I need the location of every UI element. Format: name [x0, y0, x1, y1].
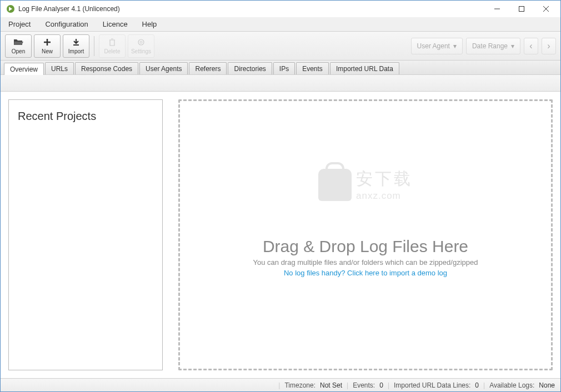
status-imported-label: Imported URL Data Lines: [394, 381, 470, 389]
user-agent-filter: User Agent ▾ [411, 38, 463, 54]
tab-events[interactable]: Events [296, 62, 329, 74]
prev-button: ‹ [524, 38, 538, 54]
status-imported-value: 0 [475, 381, 479, 389]
settings-label: Settings [131, 48, 151, 54]
chevron-down-icon: ▾ [453, 42, 457, 50]
import-label: Import [68, 48, 84, 54]
tab-directories[interactable]: Directories [228, 62, 272, 74]
app-icon [6, 4, 15, 13]
minimize-button[interactable] [485, 1, 509, 17]
next-button: › [542, 38, 556, 54]
drop-zone[interactable]: 安下载 anxz.com Drag & Drop Log Files Here … [178, 99, 553, 370]
settings-button: Settings [128, 34, 154, 58]
status-timezone-label: Timezone: [284, 381, 315, 389]
menubar: Project Configuration Licence Help [1, 17, 560, 32]
open-button[interactable]: Open [5, 34, 32, 58]
status-available-value: None [539, 381, 555, 389]
watermark-en: anxz.com [356, 190, 413, 202]
chevron-down-icon: ▾ [511, 42, 514, 50]
recent-projects-panel: Recent Projects [8, 99, 163, 370]
plus-icon [42, 37, 52, 47]
chevron-right-icon: › [547, 41, 550, 51]
menu-project[interactable]: Project [6, 19, 33, 29]
svg-point-9 [140, 41, 142, 43]
status-timezone-value: Not Set [320, 381, 342, 389]
date-range-label: Date Range [472, 42, 508, 50]
toolbar: Open New Import Delete Settings User Age… [1, 32, 560, 61]
delete-button: Delete [99, 34, 126, 58]
status-events-label: Events: [353, 381, 375, 389]
maximize-button[interactable] [509, 1, 534, 17]
menu-configuration[interactable]: Configuration [43, 19, 90, 29]
open-label: Open [12, 48, 25, 54]
sub-toolbar [1, 75, 560, 92]
status-events-value: 0 [379, 381, 383, 389]
tab-referers[interactable]: Referers [189, 62, 227, 74]
watermark-cn: 安下载 [356, 168, 413, 190]
watermark: 安下载 anxz.com [318, 168, 413, 202]
date-range-filter: Date Range ▾ [466, 38, 520, 54]
delete-label: Delete [104, 48, 121, 54]
tab-response-codes[interactable]: Response Codes [75, 62, 138, 74]
statusbar: | Timezone: Not Set | Events: 0 | Import… [1, 378, 560, 391]
new-button[interactable]: New [34, 34, 61, 58]
folder-open-icon [13, 37, 23, 47]
new-label: New [42, 48, 53, 54]
gear-icon [136, 37, 146, 47]
tabstrip: Overview URLs Response Codes User Agents… [1, 61, 560, 75]
main-content: Recent Projects 安下载 anxz.com Drag & Drop… [1, 92, 560, 378]
toolbar-separator [94, 36, 94, 56]
download-icon [71, 37, 81, 47]
import-demo-link[interactable]: No log files handy? Click here to import… [253, 269, 478, 277]
menu-licence[interactable]: Licence [101, 19, 130, 29]
import-button[interactable]: Import [63, 34, 89, 58]
tab-ips[interactable]: IPs [273, 62, 295, 74]
drop-title: Drag & Drop Log Files Here [253, 237, 478, 256]
trash-icon [107, 37, 117, 47]
tab-urls[interactable]: URLs [45, 62, 74, 74]
window-titlebar: Log File Analyser 4.1 (Unlicenced) [1, 1, 560, 17]
drop-subtitle: You can drag multiple files and/or folde… [253, 258, 478, 267]
svg-rect-2 [519, 7, 524, 12]
chevron-left-icon: ‹ [529, 41, 532, 51]
tab-user-agents[interactable]: User Agents [139, 62, 188, 74]
bag-icon [318, 169, 352, 201]
recent-projects-title: Recent Projects [18, 110, 153, 123]
close-button[interactable] [534, 1, 558, 17]
window-title: Log File Analyser 4.1 (Unlicenced) [18, 5, 485, 13]
tab-overview[interactable]: Overview [4, 63, 44, 75]
user-agent-label: User Agent [417, 42, 450, 50]
status-available-label: Available Logs: [489, 381, 534, 389]
svg-point-8 [138, 39, 144, 45]
menu-help[interactable]: Help [140, 19, 159, 29]
tab-imported-url-data[interactable]: Imported URL Data [330, 62, 399, 74]
